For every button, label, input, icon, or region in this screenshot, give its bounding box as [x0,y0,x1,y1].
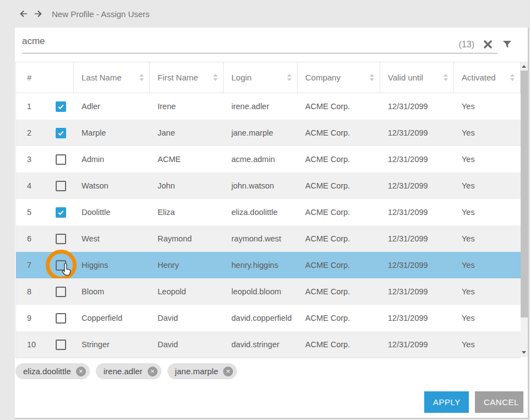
scroll-down-icon[interactable] [522,351,526,354]
sort-up-icon [213,74,218,77]
cell-activated: Yes [454,314,521,322]
remove-tag-icon[interactable]: × [148,367,158,376]
cell-first-name: John [150,181,224,190]
sort-icon[interactable] [139,74,144,81]
sort-icon[interactable] [287,74,291,81]
sort-icon[interactable] [213,74,218,81]
sort-down-icon [370,78,374,81]
table-row[interactable]: 1 Adler Irene irene.adler ACME Corp. 12/… [16,93,521,120]
cell-index: 8 [16,287,74,297]
remove-tag-icon[interactable]: × [223,367,233,376]
clear-filter-icon[interactable] [483,39,493,50]
cell-index: 4 [16,181,74,191]
cell-last-name: Doolittle [74,208,150,217]
table-row[interactable]: 10 Stringer David david.stringer ACME Co… [16,331,521,358]
cell-first-name: Henry [150,261,224,270]
cell-activated: Yes [454,208,521,217]
cancel-button[interactable]: CANCEL [475,391,523,413]
column-header--[interactable]: # [16,62,74,93]
column-header-login[interactable]: Login [224,62,298,93]
row-checkbox[interactable] [56,181,66,191]
row-checkbox[interactable] [56,154,66,165]
column-header-first-name[interactable]: First Name [150,62,224,93]
sort-down-icon [287,78,291,81]
row-number: 2 [27,128,45,137]
cell-login: leopold.bloom [224,287,298,296]
cell-index: 2 [16,128,74,138]
back-icon[interactable] [18,8,30,20]
cell-first-name: Leopold [150,287,224,296]
cell-first-name: David [150,314,224,322]
column-header-company[interactable]: Company [298,62,380,93]
column-header-activated[interactable]: Activated [454,62,521,93]
scrollbar-thumb[interactable] [521,71,528,317]
table-scrollbar[interactable] [521,62,528,357]
row-checkbox[interactable] [56,101,66,112]
sort-down-icon [444,78,448,81]
row-number: 6 [27,234,45,243]
cell-company: ACME Corp. [298,234,380,243]
row-number: 8 [27,287,45,296]
table-row[interactable]: 8 Bloom Leopold leopold.bloom ACME Corp.… [16,278,521,305]
cell-company: ACME Corp. [298,155,380,164]
cell-valid-until: 12/31/2099 [380,261,454,270]
cell-activated: Yes [454,234,521,243]
cell-login: david.stringer [224,340,298,349]
row-checkbox[interactable] [56,340,66,350]
cell-valid-until: 12/31/2099 [380,234,454,243]
cell-index: 6 [16,234,74,244]
remove-tag-icon[interactable]: × [76,367,86,376]
user-tag: jane.marple × [167,363,237,379]
table-row[interactable]: 7 Higgins Henry henry.higgins ACME Corp.… [16,252,521,278]
row-checkbox[interactable] [56,260,66,271]
cell-valid-until: 12/31/2099 [380,287,454,296]
row-checkbox[interactable] [56,234,66,244]
cell-index: 9 [16,313,74,324]
cell-first-name: Eliza [150,208,224,217]
selected-users: eliza.doolittle × irene.adler × jane.mar… [15,363,237,379]
column-header-valid-until[interactable]: Valid until [380,62,454,93]
cell-last-name: Bloom [74,287,150,296]
result-count: (13) [459,40,474,50]
dialog-actions: APPLY CANCEL [424,391,523,413]
user-tag-label: eliza.doolittle [23,367,71,376]
filter-icon[interactable] [501,39,513,50]
cell-last-name: Adler [74,102,150,111]
cell-activated: Yes [454,340,521,349]
table-row[interactable]: 3 Admin ACME acme.admin ACME Corp. 12/31… [16,146,521,173]
row-checkbox[interactable] [56,313,66,324]
sort-icon[interactable] [370,74,374,81]
cell-valid-until: 12/31/2099 [380,340,454,349]
column-header-last-name[interactable]: Last Name [74,62,150,93]
row-number: 9 [27,314,45,322]
cell-login: david.copperfield [224,314,298,322]
cell-activated: Yes [454,128,521,137]
sort-up-icon [139,74,144,77]
users-table: # Last Name First Name Login Company Val… [15,62,521,358]
row-checkbox[interactable] [56,128,66,138]
filter-input[interactable] [22,36,497,53]
table-row[interactable]: 5 Doolittle Eliza eliza.doolittle ACME C… [16,199,521,225]
apply-button[interactable]: APPLY [424,391,469,413]
forward-icon[interactable] [32,8,44,20]
column-header-label: # [27,73,31,82]
cell-activated: Yes [454,102,521,111]
sort-icon[interactable] [510,74,515,81]
sort-icon[interactable] [444,74,448,81]
table-row[interactable]: 2 Marple Jane jane.marple ACME Corp. 12/… [16,120,521,146]
dialog-title: New Profile - Assign Users [52,9,150,19]
scroll-up-icon[interactable] [522,65,526,68]
table-row[interactable]: 9 Copperfield David david.copperfield AC… [16,305,521,331]
column-header-label: Valid until [388,73,423,82]
sort-up-icon [370,74,374,77]
cell-login: henry.higgins [224,261,298,270]
table-row[interactable]: 6 West Raymond raymond.west ACME Corp. 1… [16,225,521,252]
table-body: 1 Adler Irene irene.adler ACME Corp. 12/… [16,93,521,358]
cell-last-name: Stringer [74,340,150,349]
row-checkbox[interactable] [56,287,66,297]
row-checkbox[interactable] [56,207,66,218]
row-number: 4 [27,181,45,190]
dialog-body: (13) # Last Name First Name Login [15,28,529,419]
table-row[interactable]: 4 Watson John john.watson ACME Corp. 12/… [16,173,521,199]
cell-company: ACME Corp. [298,314,380,322]
